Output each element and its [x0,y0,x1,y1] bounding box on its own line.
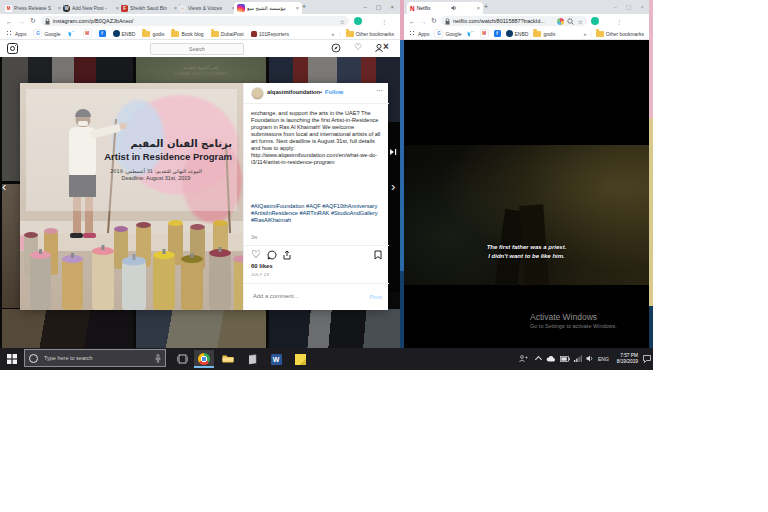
bookmark-twitter[interactable] [467,30,475,37]
zoom-lens-icon[interactable] [567,18,574,25]
bookmarks-overflow-icon[interactable]: » [584,31,587,37]
onedrive-cloud-icon[interactable] [546,356,556,362]
tab-press-release[interactable]: M Press Release S × [2,2,64,14]
previous-post-arrow[interactable]: ‹ [2,180,6,193]
browser-toolbar: ← → ↻ instagram.com/p/B0QAZJbAneo/ ☆ ⋮ [0,14,400,28]
grammarly-extension-icon[interactable] [591,17,599,25]
like-heart-icon[interactable]: ♡ [251,248,261,261]
bookmark-godis[interactable]: godis [533,31,555,37]
volume-icon[interactable] [586,355,594,362]
comment-icon[interactable] [267,250,277,260]
modal-close-icon[interactable]: × [383,41,389,52]
bookmark-book-blog[interactable]: Book blog [171,31,203,37]
bookmark-google[interactable]: GGoogle [434,29,461,38]
close-button[interactable]: × [640,4,644,10]
forward-icon[interactable]: → [18,18,25,25]
bookmark-facebook[interactable]: f [99,30,106,37]
profile-avatar[interactable] [367,17,376,26]
taskbar-explorer-button[interactable] [218,350,238,368]
share-icon[interactable] [282,250,292,260]
post-hashtags[interactable]: #AlQasimiFoundation #AQF #AQF10thAnniver… [251,203,382,224]
bookmark-twitter[interactable] [68,30,76,37]
new-tab-button[interactable]: + [484,3,488,10]
tab-netflix-active[interactable]: N Netflix × [407,2,483,14]
bookmarks-overflow-icon[interactable]: » [332,31,335,37]
forward-icon[interactable]: → [420,18,427,25]
likes-count[interactable]: 60 likes [251,263,273,269]
post-image[interactable] [20,83,243,310]
action-center-icon[interactable] [643,355,651,363]
bookmark-gmail[interactable]: M [480,29,489,38]
bookmark-apps[interactable]: Apps [6,30,26,37]
bookmark-star-icon[interactable]: ☆ [339,18,344,25]
taskbar-chrome-button[interactable] [194,350,214,368]
follow-button[interactable]: Follow [325,89,343,95]
bookmark-101reporters[interactable]: 101Reporters [251,31,289,37]
address-bar[interactable]: netflix.com/watch/80115887?trackId... ☆ [441,16,587,26]
google-icon: G [434,29,443,38]
instagram-search-box[interactable] [150,43,244,55]
task-view-button[interactable] [172,350,192,368]
taskbar-stickynotes-button[interactable] [290,350,310,368]
search-input[interactable] [154,45,241,53]
next-post-arrow[interactable]: › [391,180,395,193]
explore-compass-icon[interactable] [331,43,341,53]
back-icon[interactable]: ← [409,18,416,25]
bookmark-apps[interactable]: Apps [409,30,429,37]
grammarly-extension-icon[interactable] [354,17,362,25]
username[interactable]: alqasimifoundation [267,89,320,95]
comment-input[interactable] [251,292,355,300]
extension-pinwheel-icon[interactable] [557,18,564,25]
language-indicator[interactable]: ENG [598,356,609,362]
post-comment-button[interactable]: Post [369,294,382,300]
taskbar-clock[interactable]: 7:57 PM 8/19/2019 [610,353,638,364]
bookmark-facebook[interactable]: f [494,30,501,37]
activity-heart-icon[interactable]: ♡ [354,42,362,52]
people-tray-icon[interactable] [519,355,528,363]
start-button[interactable] [7,354,17,364]
bookmark-star-icon[interactable]: ☆ [577,18,582,25]
bookmark-godis[interactable]: godis [142,31,164,37]
hidden-icons-chevron[interactable] [535,356,542,363]
bookmark-enbd[interactable]: ENBD [113,30,136,37]
battery-icon[interactable] [560,356,570,362]
tab-instagram-active[interactable]: مؤسسة الشيخ سع × [234,2,302,14]
bookmark-google[interactable]: GGoogle [33,29,60,38]
minimize-button[interactable]: – [613,4,616,10]
microphone-icon[interactable] [155,354,161,363]
minimize-button[interactable]: – [363,4,366,10]
taskbar-word-button[interactable]: W [266,350,286,368]
browser-menu-icon[interactable]: ⋮ [616,18,622,25]
browser-menu-icon[interactable]: ⋮ [381,18,387,25]
netflix-player[interactable]: The first father was a priest. I didn't … [404,40,649,348]
maximize-button[interactable]: ▢ [376,3,382,10]
tab-sheikh-saud[interactable]: F Sheikh Saud Bin × [118,2,180,14]
new-tab-button[interactable]: + [302,3,306,10]
cortana-icon [29,354,38,363]
tab-close-icon[interactable]: × [477,5,480,11]
maximize-button[interactable]: ▢ [626,3,632,10]
taskbar-search-box[interactable] [24,349,166,367]
taskbar-app-button[interactable] [242,350,262,368]
tab-add-new-post[interactable]: W Add New Post - × [60,2,122,14]
profile-avatar[interactable] [603,17,612,26]
tab-close-icon[interactable]: × [296,5,299,11]
bookmark-other[interactable]: Other bookmarks [346,31,394,37]
bookmark-gmail[interactable]: M [83,29,92,38]
post-options-icon[interactable]: … [376,85,383,92]
instagram-logo-icon[interactable] [7,43,18,54]
save-bookmark-icon[interactable] [374,250,382,260]
bookmark-other[interactable]: Other bookmarks [596,31,644,37]
back-icon[interactable]: ← [6,18,13,25]
tab-views-voices[interactable]: · Views & Voices × [176,2,238,14]
bookmark-enbd[interactable]: ENBD [506,30,529,37]
close-button[interactable]: × [390,4,394,10]
reload-icon[interactable]: ↻ [431,17,437,25]
poster-avatar[interactable] [251,87,264,100]
bookmark-dubaipost[interactable]: DubaiPost [211,31,244,37]
network-signal-icon[interactable] [574,355,582,362]
taskbar-search-input[interactable] [42,354,151,362]
reload-icon[interactable]: ↻ [30,17,36,25]
address-bar[interactable]: instagram.com/p/B0QAZJbAneo/ ☆ [41,16,349,26]
tab-audio-icon[interactable] [451,5,457,11]
